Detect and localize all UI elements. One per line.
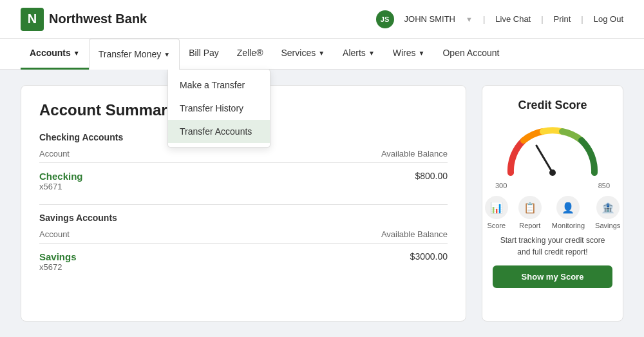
dropdown-item-transfer-history[interactable]: Transfer History xyxy=(168,97,270,120)
nav-item-services[interactable]: Services ▼ xyxy=(272,39,334,70)
header-right: JS JOHN SMITH ▼ | Live Chat | Print | Lo… xyxy=(376,10,623,28)
savings-section-label: Savings Accounts xyxy=(39,213,448,223)
credit-score-panel: Credit Score 300 850 xyxy=(482,85,623,322)
credit-score-description: Start tracking your credit score and ful… xyxy=(493,235,612,258)
savings-header-balance: Available Balance xyxy=(381,229,448,239)
nav-item-zelle[interactable]: Zelle® xyxy=(228,39,272,70)
credit-icon-report: 📋 Report xyxy=(518,196,542,229)
divider3: | xyxy=(581,14,583,24)
logout-link[interactable]: Log Out xyxy=(594,14,623,24)
checking-number: x5671 xyxy=(39,182,83,191)
nav-label-zelle: Zelle® xyxy=(237,48,263,58)
monitoring-label: Monitoring xyxy=(552,222,585,229)
report-icon: 📋 xyxy=(518,196,542,219)
credit-icon-savings: 🏦 Savings xyxy=(595,196,620,229)
score-icon: 📊 xyxy=(485,196,508,219)
avatar: JS xyxy=(376,10,394,28)
report-label: Report xyxy=(519,222,540,229)
nav: Accounts ▼ Transfer Money ▼ Bill Pay Zel… xyxy=(0,39,644,70)
checking-account-row: Checking x5671 $800.00 xyxy=(39,166,448,197)
nav-label-accounts: Accounts xyxy=(30,48,71,58)
score-label: Score xyxy=(487,222,506,229)
checking-balance: $800.00 xyxy=(415,171,448,181)
transfer-money-dropdown: Make a Transfer Transfer History Transfe… xyxy=(167,69,270,148)
dropdown-item-transfer-accounts[interactable]: Transfer Accounts xyxy=(168,120,270,143)
nav-label-wires: Wires xyxy=(393,48,416,58)
nav-item-accounts[interactable]: Accounts ▼ xyxy=(21,39,89,70)
svg-line-0 xyxy=(536,146,553,173)
savings-account-info: Savings x5672 xyxy=(39,251,77,272)
gauge-max-label: 850 xyxy=(598,182,610,189)
dropdown-item-make-transfer[interactable]: Make a Transfer xyxy=(168,73,270,97)
divider2: | xyxy=(541,14,543,24)
logo-area: N Northwest Bank xyxy=(21,8,147,31)
chevron-down-icon: ▼ xyxy=(419,50,425,57)
credit-score-title: Credit Score xyxy=(518,99,587,112)
user-name: JOHN SMITH xyxy=(404,14,455,24)
savings-name[interactable]: Savings xyxy=(39,251,77,262)
nav-label-bill-pay: Bill Pay xyxy=(189,48,219,58)
nav-label-services: Services xyxy=(281,48,316,58)
nav-label-alerts: Alerts xyxy=(343,48,366,58)
chevron-down-icon: ▼ xyxy=(368,50,375,57)
nav-item-transfer-money[interactable]: Transfer Money ▼ xyxy=(89,39,180,70)
chevron-down-icon: ▼ xyxy=(164,51,170,58)
nav-item-open-account[interactable]: Open Account xyxy=(433,39,508,70)
checking-header-balance: Available Balance xyxy=(381,149,448,159)
nav-item-bill-pay[interactable]: Bill Pay xyxy=(180,39,228,70)
credit-icon-score: 📊 Score xyxy=(485,196,508,229)
savings-balance: $3000.00 xyxy=(410,251,448,262)
monitoring-icon: 👤 xyxy=(556,196,580,219)
nav-item-alerts[interactable]: Alerts ▼ xyxy=(334,39,384,70)
section-divider xyxy=(39,204,448,205)
savings-icon: 🏦 xyxy=(596,196,620,219)
checking-account-info: Checking x5671 xyxy=(39,171,83,191)
savings-header-account: Account xyxy=(39,229,70,239)
credit-score-gauge xyxy=(501,121,604,179)
savings-number: x5672 xyxy=(39,262,77,272)
gauge-svg xyxy=(501,121,604,179)
savings-row-header: Account Available Balance xyxy=(39,226,448,244)
gauge-labels: 300 850 xyxy=(493,182,612,189)
nav-item-wires[interactable]: Wires ▼ xyxy=(384,39,434,70)
checking-name[interactable]: Checking xyxy=(39,171,83,182)
savings-account-row: Savings x5672 $3000.00 xyxy=(39,246,448,277)
credit-icon-monitoring: 👤 Monitoring xyxy=(552,196,585,229)
credit-icons-row: 📊 Score 📋 Report 👤 Monitoring 🏦 Savings xyxy=(485,196,621,229)
live-chat-link[interactable]: Live Chat xyxy=(495,14,531,24)
chevron-down-icon: ▼ xyxy=(73,50,80,57)
checking-row-header: Account Available Balance xyxy=(39,145,448,163)
nav-label-open-account: Open Account xyxy=(442,48,499,58)
bank-name: Northwest Bank xyxy=(49,12,147,26)
divider: | xyxy=(483,14,485,24)
header: N Northwest Bank JS JOHN SMITH ▼ | Live … xyxy=(0,0,644,39)
svg-point-1 xyxy=(549,169,556,176)
print-link[interactable]: Print xyxy=(554,14,571,24)
nav-label-transfer-money: Transfer Money xyxy=(99,49,162,59)
show-my-score-button[interactable]: Show my Score xyxy=(493,265,612,288)
checking-header-account: Account xyxy=(39,149,70,159)
logo-icon: N xyxy=(21,8,44,31)
main-content: Account Summary Checking Accounts Accoun… xyxy=(0,70,644,337)
gauge-min-label: 300 xyxy=(495,182,507,189)
savings-label: Savings xyxy=(595,222,620,229)
chevron-down-icon: ▼ xyxy=(318,50,325,57)
